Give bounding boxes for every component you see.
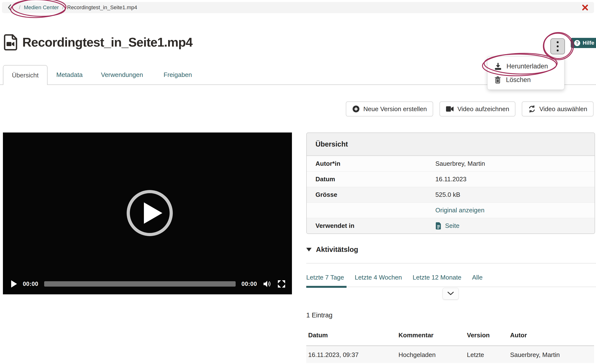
activity-divider (306, 263, 596, 264)
filter-baseline (306, 287, 596, 287)
player-controls: 00:00 00:00 (11, 278, 286, 290)
play-button[interactable] (11, 280, 17, 288)
video-camera-icon (446, 106, 454, 112)
breadcrumb-separator: / (19, 4, 20, 11)
entry-count: 1 Eintrag (306, 312, 332, 319)
action-label: Video aufzeichnen (457, 105, 509, 113)
caret-down-icon (306, 248, 312, 251)
download-icon (494, 62, 502, 70)
column-header-autor: Autor (510, 331, 594, 339)
help-button[interactable]: ? Hilfe (571, 38, 596, 48)
question-mark-icon: ? (574, 40, 580, 46)
tab-verwendungen[interactable]: Verwendungen (101, 65, 143, 84)
overview-panel: Übersicht Autor*in Sauerbrey, Martin Dat… (306, 132, 595, 234)
current-time: 00:00 (23, 281, 38, 287)
table-header-border (306, 345, 594, 346)
activity-table: Datum Kommentar Version Autor 16.11.2023… (306, 330, 594, 364)
media-detail-page: / Medien Center / Recordingtest_in_Seite… (0, 0, 596, 364)
action-label: Neue Version erstellen (363, 105, 427, 113)
total-time: 00:00 (241, 281, 257, 287)
info-value: 525.0 kB (435, 191, 460, 199)
filter-letzte-12-monate[interactable]: Letzte 12 Monate (413, 274, 461, 281)
chevron-left-icon (7, 4, 12, 11)
chevron-down-icon (447, 291, 454, 296)
info-row-groesse: Grösse 525.0 kB (307, 187, 595, 202)
info-row-verwendet-in: Verwendet in Seite (307, 218, 595, 233)
cell-datum: 16.11.2023, 09:37 (308, 351, 398, 359)
tab-uebersicht[interactable]: Übersicht (3, 65, 48, 85)
active-filter-underline (306, 286, 347, 288)
info-value: 16.11.2023 (435, 175, 466, 183)
action-label: Video auswählen (539, 105, 587, 113)
cell-version: Letzte (467, 351, 510, 359)
menu-item-download[interactable]: Herunterladen (488, 59, 564, 73)
menu-item-label: Herunterladen (506, 63, 548, 70)
select-video-button[interactable]: Video auswählen (522, 101, 594, 116)
activity-log-title: Aktivitätslog (316, 246, 358, 254)
progress-bar[interactable] (44, 281, 236, 287)
kebab-menu-button[interactable] (550, 38, 565, 54)
new-version-button[interactable]: Neue Version erstellen (346, 101, 433, 116)
tab-freigaben[interactable]: Freigaben (164, 65, 192, 84)
close-icon (581, 4, 589, 11)
activity-table-header: Datum Kommentar Version Autor (306, 330, 594, 345)
cell-kommentar: Hochgeladen (398, 351, 467, 359)
breadcrumb-separator: / (62, 4, 64, 11)
info-row-original: Original anzeigen (307, 202, 595, 218)
record-video-button[interactable]: Video aufzeichnen (439, 101, 515, 116)
refresh-icon (528, 105, 536, 113)
close-button[interactable] (581, 4, 589, 11)
trash-icon (494, 76, 502, 84)
column-header-version: Version (467, 331, 510, 339)
filter-alle[interactable]: Alle (472, 274, 482, 281)
page-document-icon (435, 222, 442, 230)
column-header-datum: Datum (308, 331, 398, 339)
breadcrumb-link-medien-center[interactable]: Medien Center (24, 4, 59, 11)
big-play-button[interactable] (127, 190, 173, 236)
info-label: Verwendet in (307, 222, 435, 230)
info-row-autor: Autor*in Sauerbrey, Martin (307, 156, 595, 171)
overview-panel-title: Übersicht (307, 133, 595, 156)
kebab-dot (557, 50, 559, 51)
breadcrumb-current: Recordingtest_in_Seite1.mp4 (67, 4, 137, 11)
action-buttons: Neue Version erstellen Video aufzeichnen (346, 101, 594, 116)
plus-circle-icon (352, 105, 360, 113)
breadcrumb: / Medien Center / Recordingtest_in_Seite… (2, 2, 594, 13)
context-menu: Herunterladen Löschen (487, 56, 564, 90)
collapse-button[interactable] (443, 288, 459, 299)
info-label: Datum (307, 175, 435, 183)
kebab-dot (557, 41, 559, 43)
activity-log-header[interactable]: Aktivitätslog (306, 246, 358, 254)
seite-link-label: Seite (445, 222, 459, 230)
info-label: Autor*in (307, 160, 435, 167)
activity-filters: Letzte 7 Tage Letzte 4 Wochen Letzte 12 … (306, 274, 483, 281)
back-button[interactable] (7, 4, 12, 11)
filter-letzte-4-wochen[interactable]: Letzte 4 Wochen (355, 274, 402, 281)
kebab-dot (557, 45, 559, 47)
video-file-icon (3, 34, 17, 50)
fullscreen-icon[interactable] (277, 280, 286, 288)
tab-metadata[interactable]: Metadata (56, 65, 83, 84)
menu-item-delete[interactable]: Löschen (488, 73, 564, 87)
cell-autor: Sauerbrey, Martin (510, 351, 594, 359)
original-anzeigen-link[interactable]: Original anzeigen (435, 207, 484, 214)
column-header-kommentar: Kommentar (398, 331, 467, 339)
info-row-datum: Datum 16.11.2023 (307, 171, 595, 187)
video-player: 00:00 00:00 (3, 132, 292, 294)
info-value: Sauerbrey, Martin (435, 160, 485, 167)
menu-item-label: Löschen (506, 76, 531, 84)
help-label: Hilfe (583, 40, 594, 46)
volume-icon[interactable] (263, 280, 272, 288)
info-label: Grösse (307, 191, 435, 199)
page-title: Recordingtest_in_Seite1.mp4 (22, 35, 192, 50)
filter-letzte-7-tage[interactable]: Letzte 7 Tage (306, 274, 344, 281)
page-header: Recordingtest_in_Seite1.mp4 (3, 34, 192, 50)
table-row: 16.11.2023, 09:37 Hochgeladen Letzte Sau… (306, 347, 594, 363)
seite-link[interactable]: Seite (435, 222, 459, 230)
